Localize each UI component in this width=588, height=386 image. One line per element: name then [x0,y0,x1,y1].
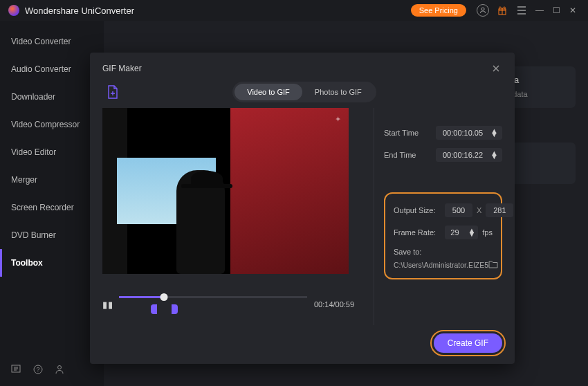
see-pricing-button[interactable]: See Pricing [411,4,466,17]
window-close-button[interactable]: ✕ [564,6,581,15]
save-to-label: Save to: [394,248,493,256]
account-icon[interactable] [476,3,490,17]
trim-in-handle[interactable] [151,304,157,314]
end-time-value: 00:00:16.22 [443,151,483,159]
hamburger-icon[interactable] [515,3,529,17]
end-time-label: End Time [384,151,416,159]
sidebar-item-screen-recorder[interactable]: Screen Recorder [0,194,104,221]
content-area: Metadata edit metadata r rom CD GIF Make… [104,21,588,386]
modal-close-button[interactable] [490,62,502,75]
trim-out-handle[interactable] [172,304,178,314]
window-maximize-button[interactable]: ☐ [548,6,564,15]
tab-video-to-gif[interactable]: Video to GIF [235,84,302,100]
sidebar-footer: ? [0,355,104,386]
browse-folder-icon[interactable] [488,260,498,270]
titlebar: Wondershare UniConverter See Pricing — ☐… [0,0,588,21]
sidebar-item-audio-converter[interactable]: Audio Converter [0,55,104,83]
start-time-stepper[interactable]: 00:00:10.05 ▲▼ [436,126,502,140]
output-height-input[interactable] [486,203,513,217]
sidebar-item-video-converter[interactable]: Video Converter [0,28,104,55]
output-size-label: Output Size: [394,206,445,214]
tab-photos-to-gif[interactable]: Photos to GIF [302,84,374,100]
output-width-input[interactable] [445,203,472,217]
sidebar-item-toolbox[interactable]: Toolbox [0,249,104,277]
size-x-separator: X [477,206,481,214]
account-small-icon[interactable] [55,365,64,376]
frame-rate-unit: fps [482,228,493,237]
start-time-label: Start Time [384,129,419,137]
sidebar-item-downloader[interactable]: Downloader [0,83,104,111]
frame-rate-value: 29 [450,228,459,237]
seek-track[interactable] [119,291,307,318]
mode-segmented-control: Video to GIF Photos to GIF [232,82,376,102]
sidebar-item-video-compressor[interactable]: Video Compressor [0,111,104,138]
sidebar-item-video-editor[interactable]: Video Editor [0,138,104,166]
output-settings-box: Output Size: X Frame Rate: 29 ▲▼ [384,192,502,279]
add-file-icon[interactable] [107,85,120,99]
help-icon[interactable]: ? [33,365,43,376]
svg-text:?: ? [36,366,39,373]
sidebar-item-merger[interactable]: Merger [0,166,104,194]
sidebar: Video Converter Audio Converter Download… [0,21,104,386]
gif-maker-modal: GIF Maker Video to GIF Photos to GIF [90,53,515,364]
frame-rate-label: Frame Rate: [394,228,445,237]
seek-thumb[interactable] [160,293,168,301]
window-minimize-button[interactable]: — [531,6,548,15]
modal-title: GIF Maker [102,64,142,73]
end-time-stepper[interactable]: 00:00:16.22 ▲▼ [436,148,502,162]
svg-point-0 [481,8,484,10]
svg-point-5 [58,366,62,369]
gift-icon[interactable] [495,3,509,17]
sidebar-item-dvd-burner[interactable]: DVD Burner [0,221,104,249]
pause-button[interactable]: ▮▮ [102,300,112,310]
save-path-value: C:\Users\Administrator.EIZE5 [394,261,488,269]
timecode: 00:14/00:59 [314,300,364,309]
start-time-value: 00:00:10.05 [443,129,483,137]
app-title: Wondershare UniConverter [25,6,134,16]
app-logo [8,5,19,16]
create-gif-button[interactable]: Create GIF [434,333,502,353]
watermark-icon: ✦ [335,115,342,124]
video-preview[interactable]: ✦ [102,108,349,274]
library-icon[interactable] [11,365,21,376]
frame-rate-stepper[interactable]: 29 ▲▼ [445,226,478,239]
